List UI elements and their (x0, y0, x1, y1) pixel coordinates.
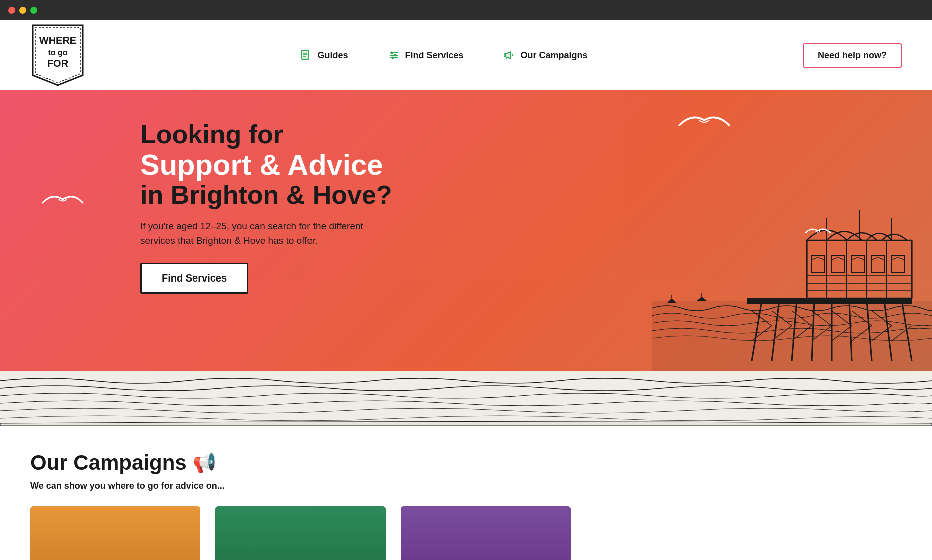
campaigns-title: Our Campaigns 📢 (30, 451, 902, 475)
nav-link-guides[interactable]: Guides (300, 49, 348, 61)
campaigns-subtitle: We can show you where to go for advice o… (30, 481, 902, 491)
svg-rect-40 (747, 298, 912, 304)
find-services-button[interactable]: Find Services (140, 263, 248, 294)
svg-point-13 (392, 57, 394, 59)
svg-text:to go: to go (48, 48, 67, 57)
nav-guides-label: Guides (317, 50, 348, 61)
navbar: WHERE to go FOR (0, 20, 932, 90)
browser-content: WHERE to go FOR (0, 20, 932, 560)
svg-point-12 (394, 54, 397, 57)
svg-rect-41 (807, 240, 912, 298)
pier-svg (652, 190, 932, 371)
svg-rect-14 (504, 54, 506, 57)
seagull-top-right (677, 110, 732, 142)
campaign-card-2[interactable] (215, 506, 386, 560)
campaigns-megaphone-icon: 📢 (193, 452, 216, 474)
need-help-button[interactable]: Need help now? (803, 43, 902, 68)
svg-point-11 (391, 52, 393, 54)
campaign-card-1[interactable] (30, 506, 200, 560)
campaigns-section: Our Campaigns 📢 We can show you where to… (0, 426, 932, 560)
hero-title: Looking for Support & Advice in Brighton… (140, 120, 441, 209)
svg-text:FOR: FOR (47, 58, 69, 69)
campaign-card-3[interactable] (401, 506, 571, 560)
filter-icon (388, 49, 400, 61)
campaigns-title-text: Our Campaigns (30, 451, 187, 475)
logo-link[interactable]: WHERE to go FOR (30, 23, 85, 88)
hero-title-line3: in Brighton & Hove? (140, 180, 392, 209)
window-maximize-btn[interactable] (30, 7, 37, 14)
document-icon (300, 49, 312, 61)
hero-section: Looking for Support & Advice in Brighton… (0, 90, 932, 371)
nav-link-campaigns[interactable]: Our Campaigns (504, 49, 588, 61)
svg-text:WHERE: WHERE (39, 35, 76, 46)
window-close-btn[interactable] (8, 7, 15, 14)
window-minimize-btn[interactable] (19, 7, 26, 14)
nav-links: Guides Find Services (85, 49, 803, 61)
hero-content: Looking for Support & Advice in Brighton… (140, 120, 441, 294)
hero-title-line1: Looking for (140, 120, 283, 149)
nav-campaigns-label: Our Campaigns (521, 50, 588, 61)
nav-find-services-label: Find Services (405, 50, 463, 61)
hero-title-line2: Support & Advice (140, 148, 383, 181)
nav-link-find-services[interactable]: Find Services (388, 49, 463, 61)
wave-svg (0, 371, 932, 426)
logo-svg: WHERE to go FOR (30, 23, 85, 88)
pier-illustration (652, 190, 932, 371)
campaign-cards-row (30, 506, 902, 560)
seagull-left (40, 190, 85, 217)
hero-subtitle: If you're aged 12–25, you can search for… (140, 219, 381, 248)
sea-wave-section (0, 371, 932, 426)
megaphone-icon (504, 49, 516, 61)
seagull-right-small (804, 225, 832, 242)
window-chrome (0, 0, 932, 20)
